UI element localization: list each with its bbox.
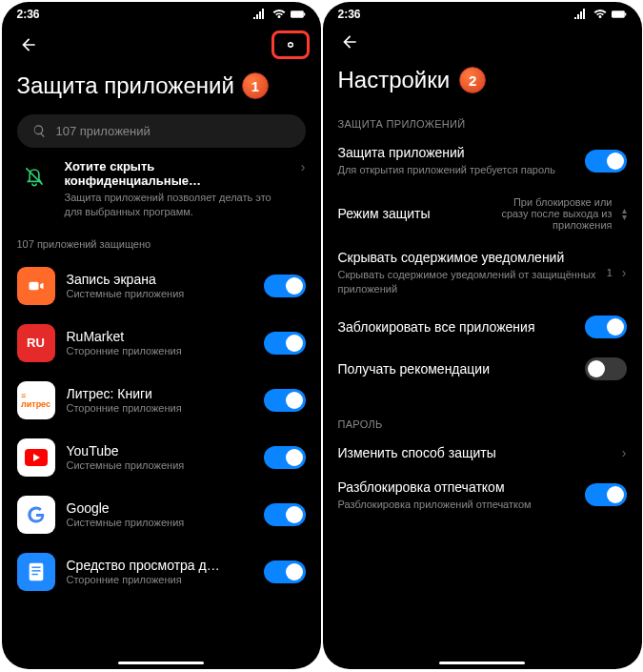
home-indicator[interactable]	[118, 662, 204, 664]
battery-icon	[291, 9, 306, 20]
search-input[interactable]: 107 приложений	[17, 114, 306, 148]
settings-toggle[interactable]	[585, 483, 627, 506]
settings-toggle[interactable]	[585, 357, 627, 380]
section-header-protection: ЗАЩИТА ПРИЛОЖЕНИЙ	[323, 105, 642, 135]
app-toggle[interactable]	[264, 503, 306, 526]
wifi-icon	[271, 9, 287, 20]
app-name: Google	[67, 500, 252, 516]
app-category: Сторонние приложения	[67, 345, 252, 356]
promo-title: Хотите скрыть конфиденциальные…	[65, 159, 288, 188]
settings-title: Заблокировать все приложения	[338, 319, 575, 335]
back-button[interactable]	[17, 33, 40, 56]
app-row[interactable]: Средство просмотра д… Сторонние приложен…	[2, 543, 321, 601]
app-category: Системные приложения	[67, 459, 252, 471]
settings-row[interactable]: Скрывать содержимое уведомленийСкрывать …	[323, 240, 642, 306]
annotation-badge-1: 1	[242, 72, 269, 99]
clock: 2:36	[17, 8, 40, 21]
app-row[interactable]: RU RuMarket Сторонние приложения	[2, 315, 321, 372]
svg-rect-6	[31, 570, 40, 571]
arrow-left-icon	[19, 35, 38, 54]
promo-subtitle: Защита приложений позволяет делать это д…	[65, 191, 288, 219]
settings-button[interactable]	[271, 31, 310, 59]
app-name: Запись экрана	[67, 272, 252, 287]
app-toggle[interactable]	[264, 446, 306, 469]
bell-off-icon	[17, 159, 51, 193]
app-row[interactable]: ≡литрес Литрес: Книги Сторонние приложен…	[2, 372, 321, 429]
settings-title: Режим защиты	[338, 206, 489, 221]
app-toggle[interactable]	[264, 275, 306, 297]
settings-row[interactable]: Режим защитыПри блокировке или сразу пос…	[323, 187, 642, 240]
status-bar: 2:36	[323, 2, 642, 21]
back-button[interactable]	[338, 31, 361, 53]
app-icon	[17, 496, 55, 534]
svg-rect-0	[291, 10, 304, 17]
signal-icon	[252, 9, 268, 20]
app-icon	[17, 438, 55, 477]
settings-title: Разблокировка отпечатком	[338, 479, 575, 495]
phone-right: 2:36 Настройки 2 ЗАЩИТА ПРИЛОЖЕНИЙ Защит…	[323, 2, 642, 669]
app-category: Сторонние приложения	[67, 574, 252, 585]
settings-subtitle: Разблокировка приложений отпечатком	[338, 498, 575, 512]
status-bar: 2:36	[2, 2, 321, 21]
app-icon: ≡литрес	[17, 381, 55, 419]
svg-rect-4	[29, 563, 43, 580]
settings-row[interactable]: Заблокировать все приложения	[323, 306, 642, 348]
search-icon	[32, 124, 47, 138]
section-header-password: ПАРОЛЬ	[323, 405, 642, 436]
search-placeholder: 107 приложений	[56, 124, 151, 138]
settings-subtitle: Скрывать содержимое уведомлений от защищ…	[338, 268, 597, 296]
clock: 2:36	[338, 8, 361, 21]
settings-row[interactable]: Получать рекомендации	[323, 348, 642, 390]
svg-rect-5	[31, 566, 40, 567]
app-category: Системные приложения	[67, 517, 252, 528]
settings-row[interactable]: Защита приложенийДля открытия приложений…	[323, 135, 642, 187]
chevron-right-icon: ›	[301, 159, 306, 174]
app-row[interactable]: Google Системные приложения	[2, 486, 321, 543]
svg-rect-1	[303, 13, 304, 16]
annotation-badge-2: 2	[459, 67, 486, 93]
wifi-icon	[593, 9, 608, 20]
app-toggle[interactable]	[264, 389, 306, 412]
chevron-right-icon: ›	[622, 265, 627, 280]
settings-title: Изменить способ защиты	[338, 445, 613, 460]
page-title: Защита приложений	[17, 72, 234, 99]
header	[2, 21, 321, 65]
status-icons	[573, 9, 627, 20]
settings-title: Скрывать содержимое уведомлений	[338, 250, 597, 265]
app-category: Сторонние приложения	[67, 402, 252, 414]
app-toggle[interactable]	[264, 560, 306, 583]
settings-subtitle: Для открытия приложений требуется пароль	[338, 163, 575, 177]
header	[323, 21, 642, 59]
settings-title: Защита приложений	[338, 145, 575, 160]
chevron-right-icon: ›	[622, 445, 627, 460]
page-title-row: Настройки 2	[323, 59, 642, 105]
settings-title: Получать рекомендации	[338, 361, 575, 377]
svg-rect-7	[31, 574, 37, 575]
app-count-label: 107 приложений защищено	[2, 233, 321, 257]
settings-row[interactable]: Разблокировка отпечаткомРазблокировка пр…	[323, 470, 642, 521]
page-title: Настройки	[338, 67, 451, 93]
app-category: Системные приложения	[67, 288, 252, 299]
app-toggle[interactable]	[264, 332, 306, 355]
svg-rect-8	[612, 10, 625, 17]
app-name: RuMarket	[67, 329, 252, 344]
settings-row[interactable]: Изменить способ защиты›	[323, 436, 642, 470]
app-icon: RU	[17, 324, 55, 362]
app-name: Средство просмотра д…	[67, 558, 252, 573]
promo-card[interactable]: Хотите скрыть конфиденциальные… Защита п…	[17, 159, 306, 219]
svg-rect-2	[29, 282, 38, 290]
app-row[interactable]: Запись экрана Системные приложения	[2, 257, 321, 315]
app-name: YouTube	[67, 443, 252, 458]
settings-toggle[interactable]	[585, 150, 627, 173]
home-indicator[interactable]	[439, 662, 525, 664]
status-icons	[252, 9, 306, 20]
app-icon	[17, 267, 55, 305]
app-row[interactable]: YouTube Системные приложения	[2, 429, 321, 486]
battery-icon	[612, 9, 627, 20]
app-name: Литрес: Книги	[67, 386, 252, 401]
updown-icon: ▴▾	[622, 207, 627, 220]
settings-value: При блокировке или сразу после выхода из…	[498, 196, 613, 231]
signal-icon	[573, 9, 589, 20]
arrow-left-icon	[340, 32, 359, 51]
settings-toggle[interactable]	[585, 316, 627, 338]
